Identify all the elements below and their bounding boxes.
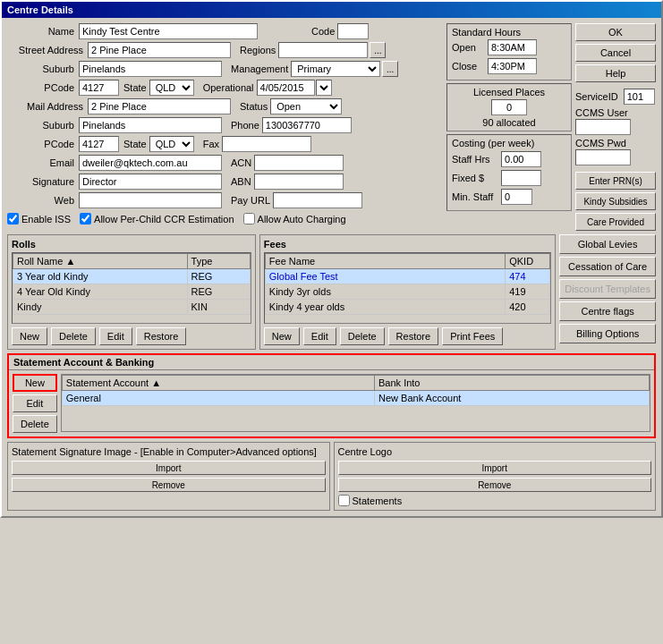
cancel-button[interactable]: Cancel (575, 44, 656, 62)
fees-restore-button[interactable]: Restore (388, 327, 439, 345)
care-provided-button[interactable]: Care Provided (575, 213, 656, 231)
statement-new-button[interactable]: New (13, 374, 57, 392)
operational-dropdown[interactable] (316, 80, 332, 96)
regions-input[interactable] (278, 42, 368, 58)
suburb-input[interactable] (79, 61, 222, 77)
pcode2-input[interactable] (79, 136, 119, 152)
open-input[interactable] (488, 39, 537, 55)
close-label: Close (452, 61, 488, 72)
phone-input[interactable] (262, 117, 352, 133)
pay-url-input[interactable] (273, 192, 362, 208)
statement-bank-into: New Bank Account (375, 391, 650, 406)
pcode-input[interactable] (79, 80, 119, 96)
allocated-text: 90 allocated (452, 117, 566, 128)
centre-logo-box: Centre Logo Import Remove Statements (334, 442, 657, 511)
enter-prns-button[interactable]: Enter PRN(s) (575, 172, 656, 190)
table-row[interactable]: Kindy 4 year olds420 (265, 300, 549, 315)
status-label: Status (240, 101, 268, 112)
street-input[interactable] (88, 42, 231, 58)
table-row[interactable]: Kindy 3yr olds419 (265, 284, 549, 300)
web-input[interactable] (79, 192, 222, 208)
code-input[interactable] (337, 23, 369, 39)
rolls-restore-button[interactable]: Restore (136, 327, 187, 345)
standard-hours-box: Standard Hours Open Close (446, 23, 572, 80)
rolls-panel: Rolls Roll Name ▲ Type 3 Year old KindyR… (7, 234, 256, 350)
allow-per-child-checkbox[interactable]: Allow Per-Child CCR Estimation (80, 213, 234, 225)
allow-auto-charging-checkbox[interactable]: Allow Auto Charging (243, 213, 346, 225)
fee-name: Kindy 3yr olds (265, 284, 505, 300)
centre-flags-button[interactable]: Centre flags (559, 301, 656, 321)
help-button[interactable]: Help (575, 64, 656, 82)
ccms-user-input[interactable] (575, 119, 631, 135)
fees-edit-button[interactable]: Edit (303, 327, 336, 345)
table-row[interactable]: Global Fee Test474 (265, 269, 549, 284)
fax-input[interactable] (222, 136, 311, 152)
logo-remove-button[interactable]: Remove (338, 478, 652, 492)
rolls-edit-button[interactable]: Edit (99, 327, 132, 345)
logo-import-button[interactable]: Import (338, 461, 652, 475)
fax-label: Fax (203, 139, 219, 149)
logo-statements-checkbox[interactable]: Statements (338, 495, 652, 506)
operational-input[interactable] (257, 80, 315, 96)
ccms-pwd-label: CCMS Pwd (575, 138, 626, 148)
email-row: Email ACN (7, 155, 443, 171)
statement-edit-button[interactable]: Edit (13, 394, 57, 412)
table-row[interactable]: KindyKIN (13, 300, 251, 315)
fees-title: Fees (264, 239, 551, 250)
billing-options-button[interactable]: Billing Options (559, 324, 656, 343)
acn-input[interactable] (254, 155, 344, 171)
table-row[interactable]: 3 Year old KindyREG (13, 269, 251, 284)
ccms-pwd-input[interactable] (575, 149, 631, 165)
status-select[interactable]: Open (270, 98, 342, 114)
suburb2-input[interactable] (79, 117, 222, 133)
discount-templates-button[interactable]: Discount Templates (559, 279, 656, 299)
open-row: Open (452, 39, 566, 55)
state-select[interactable]: QLD (149, 80, 194, 96)
regions-browse-button[interactable]: ... (370, 42, 386, 58)
signature-input[interactable] (79, 174, 222, 190)
staff-hrs-input[interactable] (501, 151, 541, 167)
cessation-of-care-button[interactable]: Cessation of Care (559, 257, 656, 276)
table-row[interactable]: GeneralNew Bank Account (62, 391, 649, 406)
window-title: Centre Details (7, 4, 73, 15)
ok-button[interactable]: OK (575, 23, 656, 41)
enable-iss-checkbox[interactable]: Enable ISS (7, 213, 71, 225)
roll-name: 3 Year old Kindy (13, 269, 188, 284)
signature-image-box: Statement Signature Image - [Enable in C… (7, 442, 330, 511)
rolls-title: Rolls (12, 239, 251, 250)
code-label: Code (311, 26, 335, 37)
state2-select[interactable]: QLD (149, 136, 194, 152)
min-staff-row: Min. Staff (452, 189, 566, 205)
close-input[interactable] (488, 58, 537, 74)
name-input[interactable] (79, 23, 258, 39)
management-browse-button[interactable]: ... (382, 61, 398, 77)
rolls-new-button[interactable]: New (12, 327, 47, 345)
fees-delete-button[interactable]: Delete (340, 327, 385, 345)
email-input[interactable] (79, 155, 222, 171)
licensed-places-input[interactable] (491, 99, 527, 115)
global-levies-button[interactable]: Global Levies (559, 234, 656, 254)
staff-hrs-row: Staff Hrs (452, 151, 566, 167)
min-staff-input[interactable] (501, 189, 532, 205)
kindy-subsidies-button[interactable]: Kindy Subsidies (575, 192, 656, 210)
mail-input[interactable] (88, 98, 231, 114)
logo-title: Centre Logo (338, 446, 652, 457)
fees-print-button[interactable]: Print Fees (442, 327, 503, 345)
signature-row: Signature ABN (7, 174, 443, 190)
table-row[interactable]: 4 Year Old KindyREG (13, 284, 251, 300)
fees-new-button[interactable]: New (264, 327, 300, 345)
management-select[interactable]: Primary (291, 61, 380, 77)
roll-name: Kindy (13, 300, 188, 315)
fees-col-name: Fee Name (265, 254, 505, 269)
sig-remove-button[interactable]: Remove (12, 478, 326, 492)
sig-import-button[interactable]: Import (12, 461, 326, 475)
service-id-input[interactable] (624, 89, 655, 105)
abn-input[interactable] (254, 174, 344, 190)
rolls-table-container: Roll Name ▲ Type 3 Year old KindyREG4 Ye… (12, 252, 251, 324)
fixed-input[interactable] (501, 170, 541, 186)
roll-type: KIN (187, 300, 250, 315)
fee-qkid: 419 (506, 284, 550, 300)
close-row: Close (452, 58, 566, 74)
statement-delete-button[interactable]: Delete (13, 415, 57, 433)
rolls-delete-button[interactable]: Delete (51, 327, 96, 345)
